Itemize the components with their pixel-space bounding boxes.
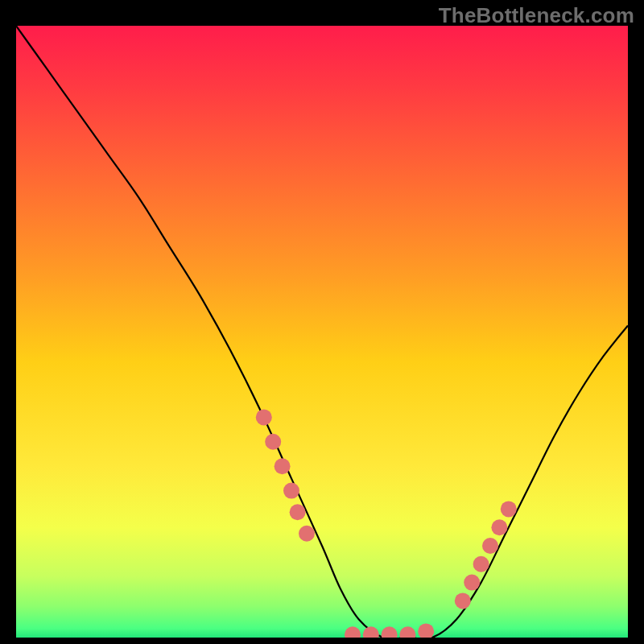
data-dot xyxy=(491,519,507,535)
data-dot xyxy=(290,504,306,520)
data-dot xyxy=(299,526,315,542)
data-dot xyxy=(482,538,498,554)
data-dot xyxy=(473,556,489,572)
data-dot xyxy=(501,501,517,517)
data-dot xyxy=(256,409,272,425)
data-dot xyxy=(283,483,299,499)
data-dot xyxy=(455,592,471,609)
bottleneck-chart xyxy=(16,26,628,638)
data-dot xyxy=(275,458,291,474)
data-dot xyxy=(265,434,281,450)
data-dot xyxy=(464,575,480,591)
watermark-text: TheBottleneck.com xyxy=(439,3,634,28)
